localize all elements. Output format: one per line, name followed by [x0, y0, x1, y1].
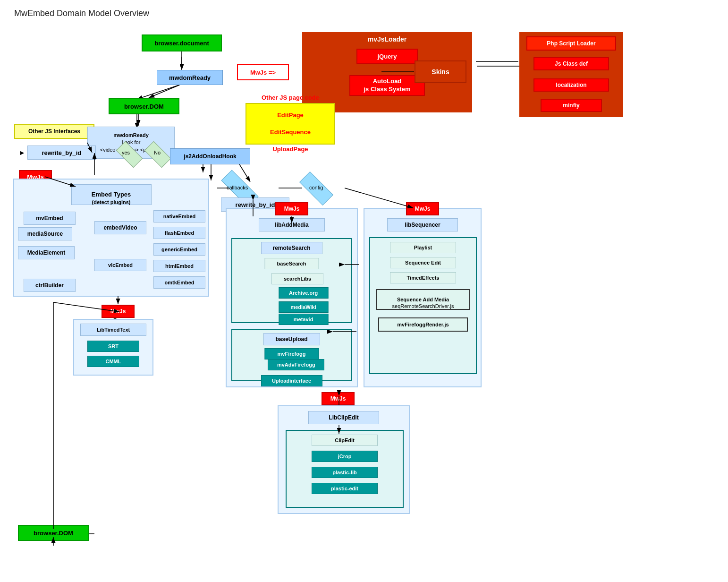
flash-embed-node: flashEmbed: [153, 227, 205, 239]
ctrl-builder-node: ctrlBuilder: [24, 279, 76, 292]
rewrite-by-id-mid-area: ► rewrite_by_id: [221, 201, 229, 208]
cmml-node: CMML: [87, 356, 139, 367]
mv-adv-firefogg-node: mvAdvFirefogg: [268, 359, 324, 370]
lib-sequencer-node: libSequencer: [387, 218, 458, 231]
lib-timed-text-container: LibTimedText SRT CMML: [73, 319, 153, 376]
search-libs-node: searchLibs: [271, 273, 323, 284]
sequencer-inner-container: Playlist Sequence Edit TimedEffects Sequ…: [369, 237, 477, 374]
embed-types-node: Embed Types(detect plugins): [71, 184, 152, 205]
minfiy-node: minfiy: [541, 99, 602, 112]
rewrite-by-id-top-area: ► rewrite_by_id: [19, 146, 96, 160]
embed-types-container: Embed Types(detect plugins) mvEmbed ► me…: [13, 179, 209, 297]
svg-line-33: [149, 85, 179, 98]
middle-mwjs-container: MwJs libAddMedia remoteSearch baseSearch…: [226, 208, 358, 387]
mv-adv-firefogg-area: mvAdvFirefogg ◄: [268, 361, 275, 368]
no-diamond: No: [145, 148, 170, 161]
other-js-interfaces-node: Other JS Interfaces: [14, 124, 94, 139]
browser-dom-bottom-area: browser.DOM ◄: [18, 529, 25, 537]
vlc-embed-node: vlcEmbed: [94, 259, 146, 271]
lib-timed-text-node: LibTimedText: [80, 324, 146, 336]
right-mwjs-container: MwJs libSequencer Playlist Sequence Edit…: [364, 208, 482, 387]
archive-org-node: Archive.org: [279, 287, 328, 299]
timed-effects-node: TimedEffects: [390, 272, 456, 283]
mwjs-arrow-node: MwJs =>: [237, 64, 289, 80]
mv-firefogg-render-node: mvFirefoggRender.js: [378, 317, 468, 332]
php-script-loader-node: Php Script Loader: [526, 36, 616, 51]
config-diamond: config: [300, 181, 333, 196]
skins-node: Skins: [415, 60, 466, 83]
browser-dom-bottom-node: browser.DOM: [18, 525, 89, 541]
remote-search-container: remoteSearch baseSearch searchLibs Archi…: [231, 238, 352, 323]
mwjs-bottom-left-node: MwJs: [102, 305, 135, 318]
page-title: MwEmbed Domain Model Overview: [14, 9, 149, 18]
plastic-edit-node: plastic-edit: [312, 483, 378, 494]
generic-embed-node: genericEmbed: [153, 243, 205, 256]
lib-add-media-node: libAddMedia: [259, 218, 325, 231]
other-js-page-code-node: Other JS page code EditPage EditSequence…: [245, 103, 335, 145]
js2-add-onload-hook-node: js2AddOnloadHook: [170, 148, 250, 164]
php-script-loader-container: Php Script Loader Js Class def localizat…: [519, 32, 623, 117]
rewrite-by-id-top-node: rewrite_by_id: [27, 146, 96, 160]
mwdomready-top-node: mwdomReady: [157, 70, 223, 85]
media-wiki-node: mediaWiki: [279, 301, 328, 313]
html-embed-node: htmlEmbed: [153, 260, 205, 272]
media-element-area: ► MediaElement: [18, 249, 25, 256]
browser-document-node: browser.document: [142, 34, 222, 51]
lib-clip-edit-node: LibClipEdit: [308, 411, 379, 424]
remote-search-node: remoteSearch: [261, 242, 322, 254]
mv-firefogg-node: mvFirefogg: [264, 348, 319, 359]
native-embed-node: nativeEmbed: [153, 210, 205, 223]
mwjs-bottom-mid-node: MwJs: [322, 392, 355, 405]
jcrop-node: jCrop: [312, 451, 378, 462]
js-class-def-node: Js Class def: [533, 57, 609, 70]
svg-line-46: [345, 188, 413, 208]
svg-line-3: [137, 84, 182, 99]
yes-diamond: yes: [117, 148, 142, 161]
mwjs-mid-node: MwJs: [275, 202, 308, 215]
upload-interface-node: Uploadinterface: [261, 375, 322, 386]
srt-node: SRT: [87, 341, 139, 352]
clip-edit-node: ClipEdit: [312, 435, 378, 446]
plastic-lib-node: plastic-lib: [312, 467, 378, 478]
base-upload-node: baseUpload: [263, 333, 320, 345]
mwjs-right-node: MwJs: [406, 202, 439, 215]
lib-clip-edit-container: LibClipEdit ClipEdit jCrop plastic-lib p…: [278, 405, 410, 514]
media-source-node: mediaSource: [18, 227, 72, 240]
sequence-add-media-node: Sequence Add MediaseqRemoteSearchDriver.…: [376, 289, 470, 310]
mvembed-node: mvEmbed: [24, 212, 76, 225]
media-element-node: MediaElement: [18, 246, 75, 259]
callbacks-diamond: callbacks: [221, 181, 259, 196]
omtk-embed-node: omtkEmbed: [153, 276, 205, 289]
embed-video-node: embedVideo: [94, 221, 146, 234]
browser-dom-top-node: browser.DOM: [109, 98, 179, 114]
clip-edit-inner-container: ClipEdit jCrop plastic-lib plastic-edit: [286, 430, 404, 508]
mvjsloader-node: mvJsLoader: [368, 35, 406, 43]
playlist-node: Playlist: [390, 242, 456, 253]
base-search-node: baseSearch: [264, 258, 319, 269]
media-source-area: ► mediaSource: [18, 231, 25, 237]
metavid-node: metavid: [279, 314, 328, 325]
jquery-node: jQuery: [356, 49, 418, 64]
base-upload-container: baseUpload mvFirefogg mvAdvFirefogg ◄ Up…: [231, 329, 352, 381]
autoload-node: AutoLoad js Class System: [349, 75, 425, 96]
localization-node: localization: [533, 78, 609, 92]
sequence-edit-node: Sequence Edit: [390, 257, 456, 268]
